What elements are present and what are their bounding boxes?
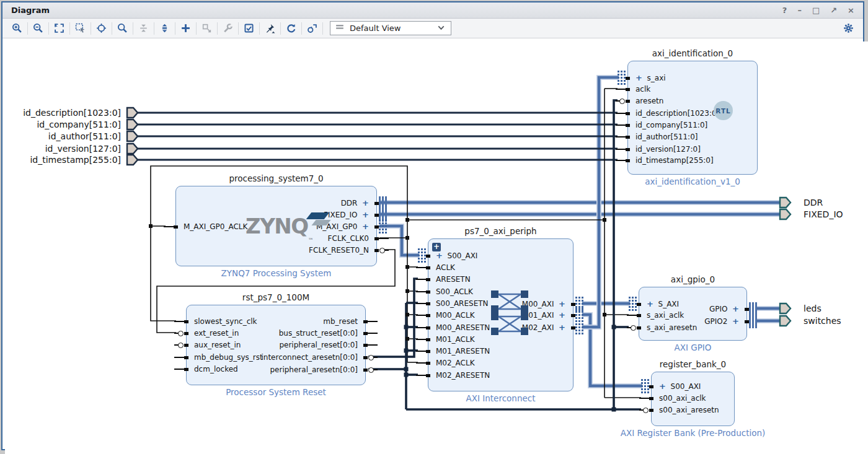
pin-interconnect_aresetn[0:0][interactable]: interconnect_aresetn[0:0] [261, 352, 365, 363]
ext-port-label: FIXED_IO [804, 209, 843, 220]
pin-peripheral_reset[0:0][interactable]: peripheral_reset[0:0] [279, 339, 365, 351]
pin-label: interconnect_aresetn[0:0] [261, 353, 358, 362]
interface-plus-icon: + [636, 73, 642, 82]
pin-stub [174, 357, 185, 358]
interface-marker-bars [749, 314, 757, 332]
pin-FIXED_IO[interactable]: FIXED_IO + [324, 209, 376, 220]
pin-ext_reset_in[interactable]: ext_reset_in [187, 328, 239, 339]
pin-stub [416, 339, 427, 340]
block-axi_gpio_0[interactable]: axi_gpio_0AXI GPIO+ S_AXIs_axi_aclks_axi… [639, 287, 747, 341]
pin-M00_ARESETN[interactable]: M00_ARESETN [428, 322, 490, 333]
pin-S00_ACLK[interactable]: S00_ACLK [428, 286, 473, 297]
pin-tick [184, 332, 188, 335]
pin-M02_AXI[interactable]: M02_AXI + [522, 322, 573, 333]
pin-M01_AXI[interactable]: M01_AXI + [522, 310, 573, 321]
pin-id_description[1023:0][interactable]: id_description[1023:0] [628, 108, 719, 119]
pin-ACLK[interactable]: ACLK [428, 262, 455, 273]
pin-M02_ARESETN[interactable]: M02_ARESETN [428, 370, 490, 381]
ext-port-id_timestamp[255:0][interactable] [127, 155, 138, 165]
pin-M_AXI_GP0_ACLK[interactable]: M_AXI_GP0_ACLK [176, 221, 247, 232]
active-low-icon [643, 408, 649, 413]
block-subtitle: AXI Interconnect [466, 393, 536, 403]
pin-FCLK_CLK0[interactable]: FCLK_CLK0 [328, 233, 376, 244]
pin-S00_AXI[interactable]: + S00_AXI [428, 250, 477, 261]
pin-stub [616, 124, 626, 126]
ext-port-id_company[511:0][interactable] [127, 120, 138, 129]
pin-s00_axi_aclk[interactable]: s00_axi_aclk [652, 393, 706, 404]
block-axi_identification_0[interactable]: axi_identification_0axi_identification_v… [627, 61, 758, 175]
block-subtitle: AXI GPIO [675, 343, 712, 352]
pin-S_AXI[interactable]: + S_AXI [639, 299, 679, 310]
pin-id_timestamp[255:0][interactable]: id_timestamp[255:0] [628, 155, 714, 166]
pin-FCLK_RESET0_N[interactable]: FCLK_RESET0_N [309, 245, 376, 256]
pin-label: s_axi [647, 74, 666, 82]
pin-GPIO2[interactable]: GPIO2 + [704, 316, 746, 327]
pin-tick [745, 320, 749, 323]
pin-bus_struct_reset[0:0][interactable]: bus_struct_reset[0:0] [279, 328, 365, 339]
ext-port-id_version[127:0][interactable] [127, 144, 138, 154]
block-rst_ps7_0_100M[interactable]: rst_ps7_0_100MProcessor System Resetslow… [186, 305, 366, 385]
ext-port-switches[interactable] [780, 316, 790, 326]
block-ps7_0_axi_periph[interactable]: ps7_0_axi_periphAXI Interconnect++ S00_A… [428, 238, 574, 391]
pin-tick [426, 278, 430, 281]
block-processing_system7_0[interactable]: processing_system7_0ZYNQ7 Processing Sys… [175, 186, 377, 266]
pin-id_version[127:0][interactable]: id_version[127:0] [628, 144, 701, 155]
pin-dcm_locked[interactable]: dcm_locked [187, 364, 238, 375]
interface-marker-dots [418, 248, 426, 266]
ext-port-FIXED_IO[interactable] [780, 209, 790, 219]
pin-DDR[interactable]: DDR + [341, 198, 376, 209]
pin-slowest_sync_clk[interactable]: slowest_sync_clk [187, 316, 257, 327]
interface-plus-icon: + [559, 299, 565, 308]
pin-stub [174, 344, 179, 346]
block-subtitle: Processor System Reset [226, 387, 326, 397]
block-title: axi_gpio_0 [671, 274, 715, 284]
pin-aux_reset_in[interactable]: aux_reset_in [187, 339, 241, 351]
pin-S00_ARESETN[interactable]: S00_ARESETN [428, 298, 489, 309]
pin-mb_reset[interactable]: mb_reset [323, 316, 365, 327]
pin-stub [616, 136, 626, 138]
interface-plus-icon: + [362, 210, 369, 219]
pin-s00_axi_aresetn[interactable]: s00_axi_aresetn [652, 404, 719, 416]
pin-stub [627, 315, 637, 316]
pin-M01_ARESETN[interactable]: M01_ARESETN [428, 346, 490, 357]
pin-aclk[interactable]: aclk [628, 84, 650, 95]
wire-periph-aresetn-right-trunk[interactable] [614, 100, 618, 409]
pin-label: ARESETN [436, 275, 471, 284]
pin-mb_debug_sys_rst[interactable]: mb_debug_sys_rst [187, 352, 263, 363]
pin-s_axi[interactable]: + s_axi [628, 72, 666, 84]
ext-port-leds[interactable] [780, 303, 790, 313]
pin-tick [426, 338, 430, 341]
pin-stub [174, 369, 185, 370]
wire-junction [404, 373, 409, 377]
pin-M01_ACLK[interactable]: M01_ACLK [428, 334, 475, 345]
block-register_bank_0[interactable]: register_bank_0AXI Register Bank (Pre-Pr… [651, 372, 735, 426]
pin-M02_ACLK[interactable]: M02_ACLK [428, 357, 475, 369]
pin-aresetn[interactable]: aresetn [628, 95, 663, 107]
pin-stub [373, 357, 378, 358]
pin-stub [367, 333, 378, 334]
pin-stub [384, 250, 389, 251]
ext-port-id_description[1023:0][interactable] [127, 108, 138, 118]
pin-GPIO[interactable]: GPIO + [709, 303, 746, 315]
interface-marker-dots [379, 219, 387, 237]
ext-port-DDR[interactable] [780, 198, 790, 207]
ext-port-id_author[511:0][interactable] [127, 131, 138, 141]
pin-label: id_timestamp[255:0] [636, 156, 714, 165]
pin-id_author[511:0][interactable]: id_author[511:0] [628, 131, 698, 142]
pin-S00_AXI[interactable]: + S00_AXI [652, 381, 701, 392]
pin-label: peripheral_reset[0:0] [279, 341, 358, 349]
wire-junction [404, 325, 409, 330]
pin-s_axi_aresetn[interactable]: s_axi_aresetn [639, 322, 697, 333]
pin-M00_AXI[interactable]: M00_AXI + [522, 299, 573, 310]
pin-M00_ACLK[interactable]: M00_ACLK [428, 310, 475, 321]
ext-port-label: id_author[511:0] [6, 131, 121, 142]
pin-id_company[511:0][interactable]: id_company[511:0] [628, 120, 707, 131]
pin-stub [416, 267, 427, 268]
pin-peripheral_aresetn[0:0][interactable]: peripheral_aresetn[0:0] [270, 364, 365, 375]
block-title: rst_ps7_0_100M [242, 292, 309, 302]
pin-ARESETN[interactable]: ARESETN [428, 274, 471, 285]
pin-label: mb_debug_sys_rst [194, 353, 263, 362]
pin-tick [184, 368, 188, 371]
pin-label: aresetn [636, 97, 663, 105]
pin-s_axi_aclk[interactable]: s_axi_aclk [639, 310, 684, 321]
